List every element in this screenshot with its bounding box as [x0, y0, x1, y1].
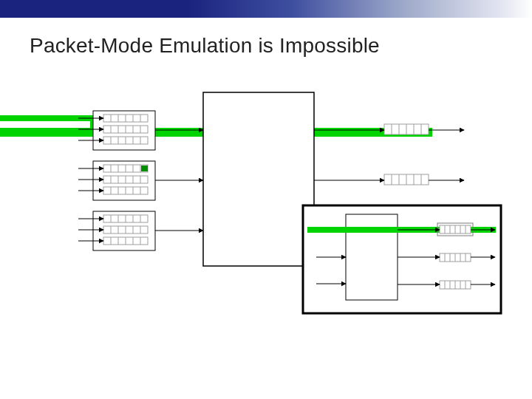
- diagram-canvas: [0, 0, 532, 399]
- input-card-0: [78, 111, 203, 150]
- output-queue-1: [314, 174, 464, 185]
- input-card-1: [78, 161, 203, 200]
- input-card-2: [78, 211, 203, 250]
- svg-rect-12: [141, 166, 148, 171]
- inset-panel: [303, 205, 501, 313]
- svg-rect-31: [303, 205, 501, 313]
- switch-fabric: [203, 92, 314, 266]
